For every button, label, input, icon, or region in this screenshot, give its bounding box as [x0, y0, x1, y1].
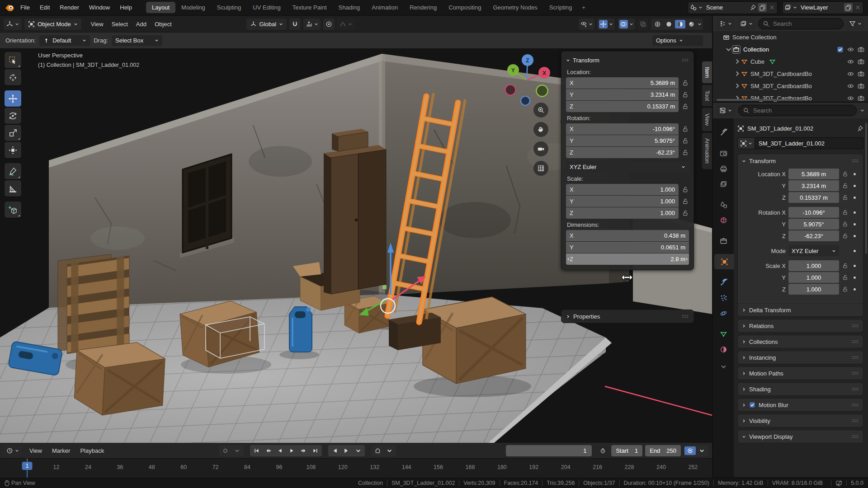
properties-tab-object[interactable]	[714, 254, 734, 269]
play-reverse-button[interactable]	[274, 446, 286, 455]
lock-open-icon[interactable]	[842, 274, 849, 281]
workspace-tab-geometry-nodes[interactable]: Geometry Nodes	[487, 2, 543, 13]
value-field-z[interactable]: -62.23°	[788, 230, 839, 241]
timeline-editor-type-button[interactable]	[4, 445, 22, 456]
properties-tab-tool[interactable]	[714, 125, 732, 140]
viewport-menu-add[interactable]: Add	[132, 19, 151, 29]
workspace-tab-shading[interactable]: Shading	[333, 2, 366, 13]
value-field-location-x[interactable]: 5.3689 m	[788, 169, 839, 179]
frame-tick-60[interactable]: 60	[180, 464, 187, 470]
transform-tool[interactable]	[5, 142, 21, 158]
select-box-tool[interactable]	[5, 52, 21, 68]
play-button[interactable]	[286, 446, 297, 455]
grip-icon[interactable]	[681, 58, 689, 62]
delta-transform-subpanel[interactable]: Delta Transform	[738, 303, 863, 316]
properties-tab-physics[interactable]	[714, 305, 732, 321]
options-dropdown[interactable]: Options	[652, 35, 703, 46]
current-frame-field[interactable]: 1	[506, 445, 592, 456]
properties-collapsed-panel[interactable]: Properties	[561, 310, 694, 323]
close-icon[interactable]	[854, 4, 861, 11]
lock-open-icon[interactable]	[682, 186, 689, 193]
camera-icon[interactable]	[858, 70, 864, 77]
next-frame-button[interactable]	[341, 446, 352, 455]
value-field-y[interactable]: 1.000	[788, 272, 839, 283]
prev-keyframe-button[interactable]	[263, 446, 274, 455]
frame-tick-168[interactable]: 168	[466, 464, 475, 470]
workspace-tab-modeling[interactable]: Modeling	[175, 2, 211, 13]
xray-toggle[interactable]	[638, 19, 648, 30]
decorator-dot-icon[interactable]	[851, 172, 858, 176]
zoom-button[interactable]	[533, 103, 548, 117]
decorator-dot-icon[interactable]	[851, 234, 858, 238]
value-field-dimensions-z[interactable]: ‹Z2.8 m›	[566, 253, 689, 265]
blender-logo-icon[interactable]	[5, 3, 14, 13]
properties-search-input[interactable]	[752, 107, 852, 114]
panel-visibility[interactable]: Visibility	[737, 414, 863, 427]
frame-tick-36[interactable]: 36	[117, 464, 123, 470]
lock-open-icon[interactable]	[682, 91, 689, 98]
chevron-down-icon[interactable]	[860, 108, 864, 113]
viewlayer-selector[interactable]: ViewLayer	[782, 1, 863, 14]
object-name-field[interactable]: SM_3DT_Ladder_01.002	[755, 137, 863, 149]
value-field-rotation-y[interactable]: Y5.9075°	[566, 135, 679, 146]
frame-tick-12[interactable]: 12	[53, 464, 60, 470]
menu-edit[interactable]: Edit	[35, 2, 55, 13]
frame-tick-84[interactable]: 84	[244, 464, 250, 470]
frame-tick-96[interactable]: 96	[276, 464, 283, 470]
camera-icon[interactable]	[858, 95, 864, 102]
value-field-z[interactable]: 0.15337 m	[788, 192, 839, 203]
lock-open-icon[interactable]	[682, 198, 689, 205]
wireframe-shading-button[interactable]	[652, 20, 663, 28]
annotate-tool[interactable]	[5, 163, 21, 179]
decorator-dot-icon[interactable]	[851, 184, 858, 188]
3d-viewport[interactable]: User Perspective (1) Collection | SM_3DT…	[0, 48, 712, 443]
close-icon[interactable]	[769, 4, 775, 11]
value-field-scale-x[interactable]: X1.000	[566, 184, 679, 195]
workspace-tab-sculpting[interactable]: Sculpting	[211, 2, 247, 13]
menu-render[interactable]: Render	[55, 2, 84, 13]
lock-open-icon[interactable]	[682, 80, 689, 86]
frame-tick-216[interactable]: 216	[593, 464, 602, 470]
properties-search[interactable]	[738, 105, 857, 116]
measure-tool[interactable]	[5, 180, 21, 197]
panel-relations[interactable]: Relations	[737, 319, 863, 333]
eye-icon[interactable]	[847, 83, 854, 89]
frame-tick-192[interactable]: 192	[529, 464, 538, 470]
workspace-tab-uv-editing[interactable]: UV Editing	[247, 2, 286, 13]
value-field-dimensions-y[interactable]: Y0.0651 m	[566, 242, 689, 253]
keying-options-button[interactable]	[696, 446, 708, 455]
value-field-z[interactable]: 1.000	[788, 284, 839, 295]
value-field-rotation-x[interactable]: X-10.096°	[566, 123, 679, 135]
timeline-ruler[interactable]: 1122436486072849610812013214415616818019…	[0, 458, 712, 478]
properties-scrollbar[interactable]	[865, 123, 867, 254]
keying-set-button[interactable]	[684, 446, 696, 455]
outliner-row-sm-3dt-cardboardbo-4[interactable]: SM_3DT_CardboardBo	[713, 80, 868, 92]
menu-window[interactable]: Window	[84, 2, 115, 13]
snap-settings[interactable]	[303, 19, 321, 30]
eye-icon[interactable]	[847, 95, 854, 102]
outliner-filter-button[interactable]	[846, 18, 864, 29]
decorator-dot-icon[interactable]	[851, 211, 858, 215]
panel-motion-paths[interactable]: Motion Paths	[737, 366, 863, 380]
jerrycan-object[interactable]	[289, 307, 312, 352]
orientation-default-dropdown[interactable]: Default	[39, 35, 90, 46]
overlays-dropdown[interactable]	[618, 19, 635, 30]
properties-tab-material[interactable]	[714, 342, 732, 357]
record-options-button[interactable]	[231, 446, 243, 455]
pan-button[interactable]	[533, 122, 548, 137]
panel-viewport-display[interactable]: Viewport Display	[737, 430, 863, 443]
chevron-down-icon[interactable]	[725, 46, 732, 53]
value-field-scale-z[interactable]: Z1.000	[566, 207, 679, 219]
lock-open-icon[interactable]	[842, 233, 849, 239]
frame-tick-228[interactable]: 228	[625, 464, 634, 470]
properties-tab-object-data[interactable]	[714, 326, 732, 342]
frame-tick-120[interactable]: 120	[338, 464, 348, 470]
camera-view-button[interactable]	[533, 141, 548, 156]
properties-tab-particles[interactable]	[714, 290, 732, 305]
jump-to-end-button[interactable]	[310, 446, 321, 455]
eye-icon[interactable]	[847, 46, 854, 53]
prev-frame-button[interactable]	[329, 446, 340, 455]
panel-shading[interactable]: Shading	[737, 382, 863, 396]
properties-tab-scene[interactable]	[714, 197, 732, 212]
workspace-tab-texture-paint[interactable]: Texture Paint	[287, 2, 333, 13]
